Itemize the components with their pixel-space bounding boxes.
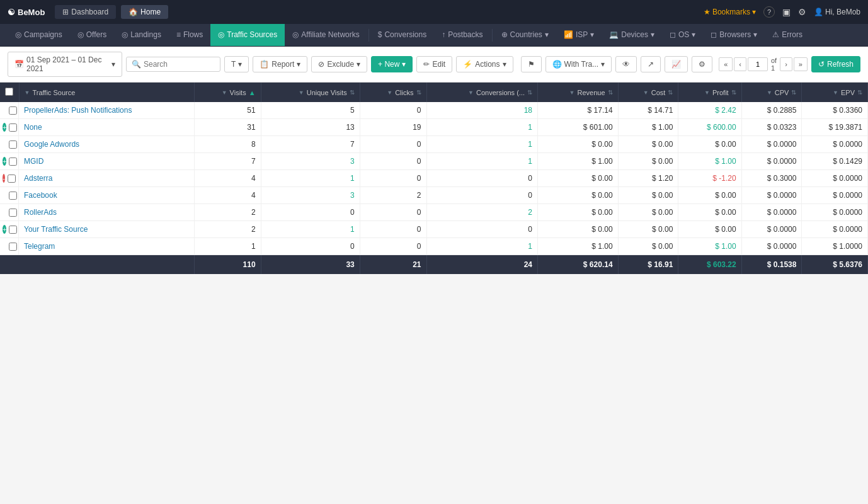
chart-btn[interactable]: 📈: [665, 56, 688, 72]
row-revenue-1: $ 601.00: [538, 119, 619, 136]
nav-browsers[interactable]: ◻ Browsers ▾: [703, 24, 765, 47]
total-revenue: $ 620.14: [538, 255, 619, 275]
eye-btn[interactable]: 👁: [615, 56, 637, 72]
nav-affiliate-networks[interactable]: ◎ Affiliate Networks: [285, 24, 367, 47]
star-icon: ★: [704, 8, 711, 16]
help-icon[interactable]: ?: [763, 6, 775, 18]
row-checkbox-5[interactable]: [9, 192, 17, 200]
row-checkbox-1[interactable]: [9, 123, 17, 132]
campaigns-label: Campaigns: [24, 30, 62, 39]
col-header-traffic-source[interactable]: ▼ Traffic Source: [19, 83, 195, 102]
row-unique-visits-4: 1: [261, 170, 360, 187]
nav-campaigns[interactable]: ◎ Campaigns: [8, 24, 70, 47]
col-header-revenue[interactable]: ▼ Revenue ⇅: [538, 83, 619, 102]
nav-landings[interactable]: ◎ Landings: [114, 24, 169, 47]
indicator-green[interactable]: +: [3, 157, 6, 166]
row-name-link-0[interactable]: PropellerAds: Push Notifications: [24, 106, 132, 115]
nav-tab-dashboard[interactable]: ⊞ Dashboard: [55, 5, 116, 19]
row-checkbox-8[interactable]: [9, 243, 17, 251]
countries-label: Countries: [510, 30, 542, 39]
date-picker[interactable]: 📅 01 Sep 2021 – 01 Dec 2021 ▾: [8, 52, 122, 77]
table-header-row: ▼ Traffic Source ▼ Visits ▲ ▼: [0, 83, 868, 102]
nav-offers[interactable]: ◎ Offers: [70, 24, 114, 47]
row-name-link-5[interactable]: Facebook: [24, 191, 57, 200]
col-header-cpv[interactable]: ▼ CPV ⇅: [741, 83, 802, 102]
indicator-red[interactable]: -: [3, 174, 5, 183]
nav-errors[interactable]: ⚠ Errors: [765, 24, 810, 47]
nav-devices[interactable]: 💻 Devices ▾: [602, 24, 662, 47]
row-unique-visits-6: 0: [261, 204, 360, 221]
row-name-link-1[interactable]: None: [24, 123, 42, 132]
t-filter-btn[interactable]: T ▾: [224, 56, 249, 72]
nav-isp[interactable]: 📶 ISP ▾: [556, 24, 602, 47]
notifications-icon[interactable]: ▣: [782, 7, 791, 17]
row-clicks-3: 0: [360, 153, 426, 170]
report-btn[interactable]: 📋 Report ▾: [253, 56, 307, 72]
settings-btn[interactable]: ⚙: [692, 56, 712, 72]
first-page-btn[interactable]: «: [719, 57, 733, 71]
nav-countries[interactable]: ⊕ Countries ▾: [494, 24, 556, 47]
col-header-profit[interactable]: ▼ Profit ⇅: [678, 83, 741, 102]
page-number-input[interactable]: [748, 57, 768, 71]
col-header-conversions[interactable]: ▼ Conversions (... ⇅: [426, 83, 538, 102]
row-checkbox-2[interactable]: [9, 140, 17, 149]
settings-icon[interactable]: ⚙: [798, 7, 806, 17]
share-btn[interactable]: ↗: [641, 56, 661, 72]
row-cpv-7: $ 0.0000: [741, 221, 802, 238]
indicator-green[interactable]: +: [3, 225, 6, 234]
cpv-sort-icon: ⇅: [791, 89, 796, 96]
row-checkbox-0[interactable]: [9, 106, 17, 115]
flag-btn[interactable]: ⚑: [521, 56, 542, 72]
total-visits: 110: [195, 255, 261, 275]
col-header-cost[interactable]: ▼ Cost ⇅: [618, 83, 678, 102]
row-checkbox-7[interactable]: [9, 226, 17, 234]
row-name-link-7[interactable]: Your Traffic Source: [24, 225, 88, 234]
col-header-clicks[interactable]: ▼ Clicks ⇅: [360, 83, 426, 102]
row-name-link-3[interactable]: MGID: [24, 157, 43, 166]
col-header-unique-visits[interactable]: ▼ Unique Visits ⇅: [261, 83, 360, 102]
row-name-link-2[interactable]: Google Adwords: [24, 140, 79, 149]
nav-os[interactable]: ◻ OS ▾: [662, 24, 703, 47]
isp-icon: 📶: [564, 30, 573, 39]
select-all-checkbox[interactable]: [5, 88, 13, 96]
row-name-link-8[interactable]: Telegram: [24, 242, 55, 251]
exclude-btn[interactable]: ⊘ Exclude ▾: [311, 56, 367, 72]
row-name-link-4[interactable]: Adsterra: [24, 174, 52, 183]
nav-traffic-sources[interactable]: ◎ Traffic Sources: [210, 24, 285, 47]
col-header-epv[interactable]: ▼ EPV ⇅: [802, 83, 868, 102]
nav-flows[interactable]: ≡ Flows: [169, 24, 210, 47]
prev-page-btn[interactable]: ‹: [734, 57, 746, 71]
edit-btn[interactable]: ✏ Edit: [416, 56, 452, 72]
with-tra-btn[interactable]: 🌐 With Tra... ▾: [545, 56, 612, 72]
row-checkbox-4[interactable]: [8, 175, 16, 183]
next-page-btn[interactable]: ›: [780, 57, 792, 71]
data-table: ▼ Traffic Source ▼ Visits ▲ ▼: [0, 83, 868, 274]
nav-conversions[interactable]: $ Conversions: [370, 24, 434, 47]
actions-btn[interactable]: ⚡ Actions ▾: [456, 56, 513, 72]
indicator-green[interactable]: +: [3, 123, 6, 132]
os-chevron: ▾: [692, 30, 695, 39]
row-name-1: None: [19, 119, 195, 136]
row-name-link-6[interactable]: RollerAds: [24, 208, 57, 217]
row-cpv-4: $ 0.3000: [741, 170, 802, 187]
nav-postbacks[interactable]: ↑ Postbacks: [434, 24, 490, 47]
search-input[interactable]: [144, 60, 219, 69]
last-page-btn[interactable]: »: [794, 57, 808, 71]
new-btn[interactable]: + New ▾: [371, 56, 413, 72]
col-header-visits[interactable]: ▼ Visits ▲: [195, 83, 261, 102]
refresh-btn[interactable]: ↺ Refresh: [811, 56, 860, 72]
table-row: + MGID 7 3 0 1 $ 1.00 $ 0.00 $ 1.00 $ 0.…: [0, 153, 868, 170]
report-icon: 📋: [260, 60, 269, 69]
search-box[interactable]: 🔍: [126, 57, 220, 72]
dashboard-icon: ⊞: [62, 8, 69, 16]
row-checkbox-6[interactable]: [9, 209, 17, 217]
row-clicks-1: 19: [360, 119, 426, 136]
nav-tab-home[interactable]: 🏠 Home: [121, 5, 168, 19]
total-clicks: 21: [360, 255, 426, 275]
bookmarks-btn[interactable]: ★ Bookmarks ▾: [704, 8, 756, 16]
row-checkbox-3[interactable]: [9, 158, 17, 166]
table-row: + RollerAds 2 0 0 2 $ 0.00 $ 0.00 $ 0.00…: [0, 204, 868, 221]
settings-gear-icon: ⚙: [699, 60, 705, 69]
user-menu[interactable]: 👤 Hi, BeMob: [814, 8, 860, 16]
traffic-sources-icon: ◎: [218, 30, 224, 39]
